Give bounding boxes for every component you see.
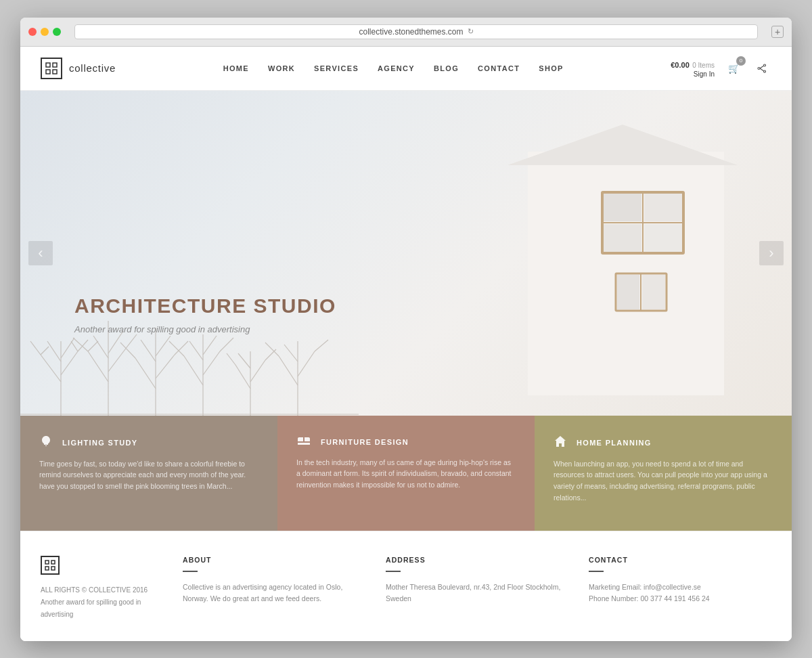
svg-rect-20 (617, 275, 639, 309)
logo-icon (41, 58, 62, 79)
home-icon (554, 435, 567, 452)
feature-card-home: HOME PLANNING When launching an app, you… (535, 416, 792, 531)
svg-line-33 (108, 347, 127, 372)
nav-contact[interactable]: CONTACT (478, 64, 520, 72)
svg-rect-15 (644, 194, 682, 221)
nav-shop[interactable]: SHOP (539, 64, 563, 72)
share-icon[interactable] (752, 59, 771, 78)
svg-line-26 (61, 338, 74, 358)
svg-marker-10 (508, 125, 738, 165)
svg-line-55 (250, 360, 265, 382)
feature-title-home: HOME PLANNING (577, 439, 652, 447)
minimize-button[interactable] (41, 28, 49, 36)
svg-line-57 (227, 353, 235, 365)
svg-line-50 (203, 336, 217, 355)
close-button[interactable] (28, 28, 37, 36)
logo[interactable]: collective (41, 58, 116, 79)
footer-address-title: ADDRESS (386, 556, 568, 564)
nav-work[interactable]: WORK (268, 64, 295, 72)
logo-text: collective (69, 62, 116, 74)
svg-line-30 (71, 341, 78, 351)
nav-blog[interactable]: BLOG (434, 64, 459, 72)
svg-line-7 (760, 66, 764, 68)
svg-point-6 (758, 67, 760, 69)
footer-about-divider (183, 571, 198, 572)
feature-text-lighting: Time goes by fast, so today we'd like to… (39, 458, 258, 492)
svg-line-37 (88, 341, 98, 351)
footer-about-title: ABOUT (183, 556, 365, 564)
svg-line-54 (235, 365, 250, 389)
footer-about: ABOUT Collective is an advertising agenc… (183, 556, 365, 621)
site-nav: HOME WORK SERVICES AGENCY BLOG CONTACT S… (116, 64, 671, 72)
nav-home[interactable]: HOME (223, 64, 249, 72)
svg-line-58 (265, 349, 276, 360)
svg-line-62 (284, 345, 298, 361)
svg-line-25 (47, 341, 61, 361)
site-header: collective HOME WORK SERVICES AGENCY BLO… (20, 47, 792, 91)
refresh-icon[interactable]: ↻ (468, 27, 474, 36)
footer-contact: CONTACT Marketing Email: info@collective… (589, 556, 771, 621)
feature-card-furniture: FURNITURE DESIGN In the tech industry, m… (277, 416, 535, 531)
hero-content: ARCHITECTURE STUDIO Another award for sp… (74, 294, 336, 334)
svg-line-42 (141, 340, 156, 361)
svg-rect-0 (46, 63, 50, 67)
feature-header-home: HOME PLANNING (554, 435, 773, 452)
svg-line-40 (135, 358, 156, 389)
svg-rect-68 (45, 567, 49, 570)
url-bar[interactable]: collective.stonedthemes.com ↻ (74, 24, 758, 39)
cart-icon[interactable]: 🛒 0 (724, 59, 743, 78)
sign-in-link[interactable]: Sign In (671, 70, 715, 78)
svg-rect-66 (45, 561, 49, 564)
svg-line-61 (298, 351, 315, 376)
hero-section: ARCHITECTURE STUDIO Another award for sp… (20, 91, 792, 416)
bed-icon (296, 435, 311, 450)
website: collective HOME WORK SERVICES AGENCY BLO… (20, 47, 792, 641)
new-tab-button[interactable]: + (771, 26, 784, 38)
feature-title-furniture: FURNITURE DESIGN (321, 438, 409, 446)
svg-line-56 (238, 353, 250, 368)
nav-agency[interactable]: AGENCY (378, 64, 415, 72)
hero-building-illustration (508, 111, 738, 395)
svg-line-47 (184, 356, 203, 385)
browser-chrome: collective.stonedthemes.com ↻ + (20, 18, 792, 47)
svg-rect-14 (604, 194, 641, 221)
svg-line-49 (189, 341, 203, 360)
feature-text-home: When launching an app, you need to spend… (554, 458, 773, 504)
header-right: €0.00 0 Items Sign In 🛒 0 (671, 58, 771, 78)
cart-items-label: 0 Items (692, 62, 715, 69)
svg-line-41 (156, 355, 175, 378)
svg-rect-2 (46, 70, 50, 74)
lightbulb-icon (39, 435, 53, 452)
nav-services[interactable]: SERVICES (314, 64, 359, 72)
svg-line-64 (315, 340, 328, 351)
svg-line-32 (88, 351, 108, 382)
svg-line-52 (220, 338, 233, 351)
svg-line-63 (265, 343, 279, 356)
svg-line-38 (127, 334, 137, 347)
hero-subtitle: Another award for spilling good in adver… (74, 324, 336, 334)
traffic-lights (28, 28, 61, 36)
svg-line-8 (760, 68, 764, 71)
svg-point-5 (764, 70, 766, 72)
feature-title-lighting: LIGHTING STUDY (62, 439, 137, 447)
feature-text-furniture: In the tech industry, many of us came of… (296, 457, 516, 491)
svg-rect-69 (51, 567, 55, 570)
footer-about-text: Collective is an advertising agency loca… (183, 582, 365, 606)
hero-prev-arrow[interactable]: ‹ (28, 241, 53, 265)
svg-line-28 (41, 347, 49, 355)
features-section: LIGHTING STUDY Time goes by fast, so tod… (20, 416, 792, 531)
svg-line-36 (73, 338, 88, 351)
footer-address-text: Mother Theresa Boulevard, nr.43, 2nd Flo… (386, 582, 568, 606)
svg-line-34 (93, 336, 108, 358)
fullscreen-button[interactable] (53, 28, 61, 36)
cart-price: €0.00 (671, 61, 690, 69)
footer-copy: ALL RIGHTS © COLLECTIVE 2016 Another awa… (41, 584, 162, 621)
feature-card-lighting: LIGHTING STUDY Time goes by fast, so tod… (20, 416, 277, 531)
svg-line-45 (175, 341, 188, 355)
svg-line-43 (156, 336, 171, 356)
footer-contact-text: Marketing Email: info@collective.se Phon… (589, 582, 771, 606)
svg-rect-16 (604, 224, 641, 252)
url-text: collective.stonedthemes.com (359, 27, 463, 37)
svg-line-51 (169, 341, 184, 356)
hero-next-arrow[interactable]: › (759, 241, 784, 265)
